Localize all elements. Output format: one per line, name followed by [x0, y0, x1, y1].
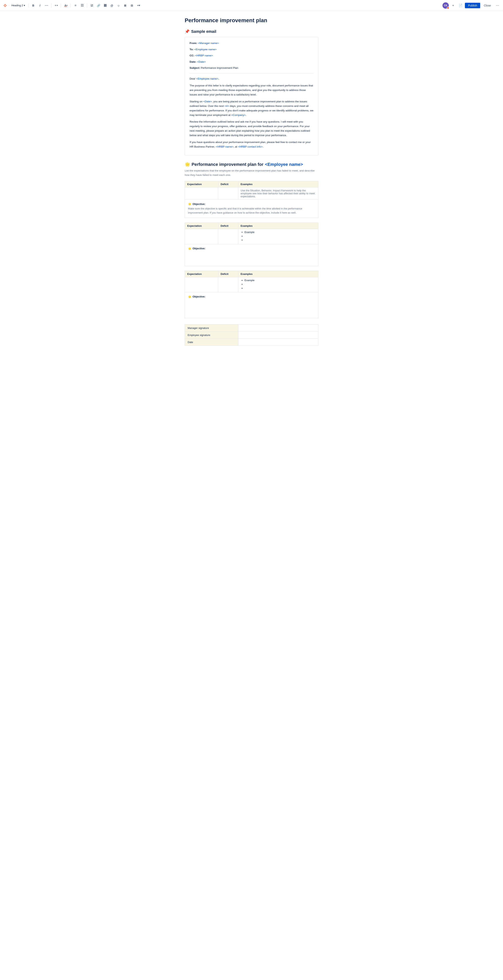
examples-list-2: Example: [241, 231, 316, 242]
logo-icon[interactable]: [2, 3, 8, 8]
list-item: Example: [245, 231, 316, 234]
table-button[interactable]: ⊞: [122, 2, 128, 9]
para4-hrbp-contact-link[interactable]: <HRBP contact info>: [238, 145, 263, 148]
date-link[interactable]: <Date>: [197, 60, 206, 63]
checklist-button[interactable]: ☑: [89, 2, 95, 9]
employee-name-link[interactable]: <Employee name>: [265, 162, 303, 167]
image-button[interactable]: 🖼: [102, 2, 108, 9]
cc-link[interactable]: <HRBP name>: [195, 54, 213, 57]
emoji-button[interactable]: ☺: [115, 2, 122, 9]
email-para2: Starting on <Date>, you are being placed…: [189, 99, 314, 118]
table2-row1-examples: Example: [238, 229, 318, 244]
more-format-button[interactable]: ···: [43, 2, 50, 9]
salutation-name-link[interactable]: <Employee name>: [196, 77, 218, 80]
email-cc: CC: <HRBP name>: [189, 53, 314, 58]
from-link[interactable]: <Manager name>: [198, 41, 219, 45]
table1-row1-expectation: [185, 188, 218, 200]
objective-text-1: Make sure the objective is specific and …: [188, 207, 315, 215]
email-subject: Subject: Performance Improvement Plan: [189, 66, 314, 70]
text-color-button[interactable]: A ▾: [63, 2, 69, 9]
chevron-icon: ▾: [24, 4, 25, 7]
pip-section-title: 🌟 Performance improvement plan for <Empl…: [185, 162, 318, 167]
bullet-list-button[interactable]: ≡: [72, 2, 79, 9]
examples-list-3: Example: [241, 279, 316, 290]
toolbar-divider-1: [28, 3, 29, 8]
list-item: Example: [245, 279, 316, 282]
email-emoji: 📌: [185, 29, 189, 34]
layout-button[interactable]: ⊟: [129, 2, 135, 9]
email-date: Date: <Date>: [189, 60, 314, 64]
close-button[interactable]: Close: [481, 3, 493, 8]
more-options-button[interactable]: ···: [494, 2, 501, 9]
table-block-3: Expectation Deficit Examples Example: [185, 271, 318, 318]
objective-label-2: 🌟 Objective:: [188, 247, 315, 250]
list-item: [245, 286, 316, 290]
objective-box-2: 🌟 Objective:: [185, 244, 318, 266]
table-block-1: Expectation Deficit Examples Use the Sit…: [185, 181, 318, 218]
add-collaborator-button[interactable]: +: [450, 2, 456, 9]
heading-dropdown[interactable]: Heading 2 ▾: [10, 3, 27, 8]
table2-header-expectation: Expectation: [185, 223, 218, 229]
table3-header-deficit: Deficit: [218, 271, 238, 277]
list-item: [245, 283, 316, 286]
to-link[interactable]: <Employee name>: [194, 48, 216, 51]
table2-header-deficit: Deficit: [218, 223, 238, 229]
signature-date-value: [238, 339, 318, 345]
table-row: Manager signature: [185, 325, 318, 331]
publish-button[interactable]: Publish: [465, 3, 480, 8]
para2-company-link[interactable]: <Company>: [231, 114, 246, 116]
table3-header-expectation: Expectation: [185, 271, 218, 277]
email-to: To: <Employee name>: [189, 47, 314, 52]
signature-date-label: Date: [185, 339, 238, 345]
table1-header-deficit: Deficit: [218, 181, 238, 188]
italic-button[interactable]: I: [37, 2, 43, 9]
email-from: From: <Manager name>: [189, 41, 314, 45]
list-item: [245, 239, 316, 242]
table3-row1-deficit: [218, 277, 238, 292]
expectation-table-3: Expectation Deficit Examples Example: [185, 271, 318, 292]
signature-employee-label: Employee signature: [185, 331, 238, 339]
list-group: ≡ ☷: [72, 2, 85, 9]
signature-manager-label: Manager signature: [185, 325, 238, 331]
pip-description: List the expectations that the employee …: [185, 169, 318, 177]
mention-button[interactable]: @: [109, 2, 115, 9]
table-2: Expectation Deficit Examples Example: [185, 223, 318, 244]
avatar-button[interactable]: CK: [443, 2, 449, 9]
email-section-heading: 📌 Sample email: [185, 29, 318, 34]
insert-more-button[interactable]: +▾: [135, 2, 142, 9]
signature-table: Manager signature Employee signature Dat…: [185, 325, 318, 346]
file-button[interactable]: 📄: [457, 2, 464, 9]
list-item: [245, 235, 316, 238]
table-1: Expectation Deficit Examples Use the Sit…: [185, 181, 318, 200]
expectation-table-2: Expectation Deficit Examples Example: [185, 223, 318, 244]
objective-text-2: [188, 251, 315, 263]
table1-row1-examples: Use the Situation, Behavior, Impact fram…: [238, 188, 318, 200]
table3-header-examples: Examples: [238, 271, 318, 277]
table-row: Employee signature: [185, 331, 318, 339]
table-row: Example: [185, 277, 318, 292]
objective-emoji-3: 🌟: [188, 295, 191, 298]
expectation-table-1: Expectation Deficit Examples Use the Sit…: [185, 181, 318, 200]
page-content: Performance improvement plan 📌 Sample em…: [177, 11, 326, 361]
table-row: Use the Situation, Behavior, Impact fram…: [185, 188, 318, 200]
insert-group: ☑ 🔗 🖼 @ ☺ ⊞ ⊟ +▾: [89, 2, 142, 9]
email-section: 📌 Sample email From: <Manager name> To: …: [185, 29, 318, 156]
table-row: Example: [185, 229, 318, 244]
numbered-list-button[interactable]: ☷: [79, 2, 85, 9]
para2-date-link[interactable]: <Date>: [203, 100, 212, 103]
align-button[interactable]: ≡ ▾: [53, 2, 59, 9]
table-row: Date: [185, 339, 318, 345]
para4-hrbp-name-link[interactable]: <HRBP name>: [216, 145, 234, 148]
signature-employee-value: [238, 331, 318, 339]
objective-label-1: 🌟 Objective:: [188, 202, 315, 205]
toolbar-divider-5: [87, 3, 87, 8]
format-group: B I ···: [30, 2, 50, 9]
para2-num-link[interactable]: <#>: [224, 105, 229, 107]
email-para1: The purpose of this letter is to clarify…: [189, 83, 314, 97]
toolbar-divider-3: [61, 3, 61, 8]
email-box: From: <Manager name> To: <Employee name>…: [185, 37, 318, 156]
link-button[interactable]: 🔗: [95, 2, 102, 9]
table2-header-examples: Examples: [238, 223, 318, 229]
table2-row1-deficit: [218, 229, 238, 244]
bold-button[interactable]: B: [30, 2, 37, 9]
